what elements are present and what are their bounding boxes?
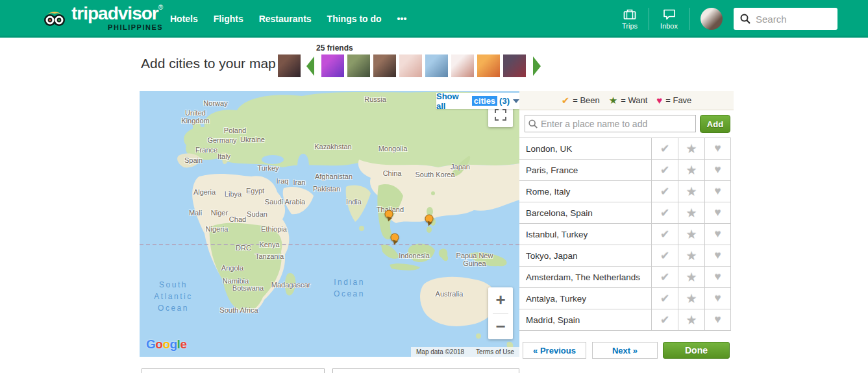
toggle-been[interactable]: ✔	[651, 224, 678, 245]
toggle-been[interactable]: ✔	[651, 309, 678, 330]
place-name-input[interactable]	[525, 115, 696, 132]
toggle-want[interactable]: ★	[678, 160, 704, 180]
site-search-input[interactable]	[734, 8, 837, 30]
toggle-been[interactable]: ✔	[651, 245, 678, 266]
map-label: Madagascar	[271, 281, 311, 289]
toggle-fave[interactable]: ♥	[704, 224, 731, 245]
terms-of-use-link[interactable]: Terms of Use	[476, 348, 514, 355]
page-title: Add cities to your map	[141, 56, 276, 71]
fave-icon: ♥	[714, 249, 721, 262]
map-label: Mongolia	[378, 145, 408, 152]
city-marker[interactable]	[385, 210, 393, 219]
toggle-fave[interactable]: ♥	[704, 245, 731, 266]
toggle-fave[interactable]: ♥	[704, 160, 731, 180]
friend-avatar[interactable]	[477, 54, 500, 77]
been-icon: ✔	[660, 228, 669, 241]
friend-avatar[interactable]	[425, 54, 448, 77]
profile-avatar[interactable]	[701, 8, 723, 30]
inbox-label: Inbox	[660, 22, 678, 30]
equator-dashed-line	[140, 244, 519, 245]
nav-things-to-do[interactable]: Things to do	[327, 14, 382, 24]
map-label: Angola	[221, 264, 243, 272]
header-separator	[689, 8, 689, 30]
map-label: Poland	[224, 126, 246, 134]
show-all-cities-dropdown[interactable]: Show all cities (3)	[436, 93, 519, 109]
fave-icon: ♥	[714, 228, 721, 241]
toggle-fave[interactable]: ♥	[704, 181, 731, 202]
nav-flights[interactable]: Flights	[214, 14, 243, 24]
nav-more[interactable]: •••	[397, 14, 407, 24]
friend-avatar[interactable]	[399, 54, 422, 77]
friends-count: 25 friends	[316, 43, 353, 53]
map-label: Nigeria	[206, 225, 229, 233]
toggle-fave[interactable]: ♥	[704, 202, 731, 223]
toggle-been[interactable]: ✔	[651, 288, 678, 309]
toggle-fave[interactable]: ♥	[704, 138, 731, 159]
toggle-been[interactable]: ✔	[651, 160, 678, 180]
zoom-out-button[interactable]: −	[488, 314, 513, 340]
toggle-want[interactable]: ★	[678, 245, 704, 266]
toggle-want[interactable]: ★	[678, 267, 704, 287]
city-name: Madrid, Spain	[519, 309, 651, 330]
inbox-button[interactable]: Inbox	[660, 8, 678, 30]
fullscreen-icon	[495, 109, 506, 121]
toggle-want[interactable]: ★	[678, 224, 704, 245]
legend-label: = Been	[573, 95, 600, 105]
google-logo[interactable]: Google	[146, 337, 186, 352]
toggle-fave[interactable]: ♥	[704, 267, 731, 287]
add-place-button[interactable]: Add	[700, 115, 730, 133]
legend-bar: ✔= Been★= Want♥= Fave	[519, 91, 734, 110]
toggle-want[interactable]: ★	[678, 138, 704, 159]
user-avatar[interactable]	[278, 54, 301, 77]
fave-icon: ♥	[714, 142, 721, 155]
fave-icon: ♥	[714, 163, 721, 176]
nav-restaurants[interactable]: Restaurants	[259, 14, 312, 24]
nav-hotels[interactable]: Hotels	[170, 14, 198, 24]
header-utilities: Trips Inbox	[622, 0, 837, 38]
friend-avatar[interactable]	[321, 54, 344, 77]
trips-button[interactable]: Trips	[622, 8, 638, 30]
carousel-next-icon[interactable]	[533, 56, 541, 76]
friend-avatar[interactable]	[347, 54, 370, 77]
toggle-fave[interactable]: ♥	[704, 309, 731, 330]
toggle-want[interactable]: ★	[678, 288, 704, 309]
friend-avatar[interactable]	[373, 54, 396, 77]
previous-page-button[interactable]: « Previous	[523, 342, 586, 359]
world-map[interactable]: RussiaNorwayUnited KingdomPolandGermanyU…	[140, 91, 519, 357]
toggle-been[interactable]: ✔	[651, 138, 678, 159]
city-marker[interactable]	[425, 215, 434, 223]
city-row: Madrid, Spain✔★♥	[519, 309, 731, 331]
city-row: Tokyo, Japan✔★♥	[519, 245, 731, 267]
owl-icon	[42, 7, 68, 33]
map-label: Saudi Arabia	[265, 198, 305, 206]
friend-avatar[interactable]	[503, 54, 526, 77]
map-label: China	[383, 169, 402, 177]
toggle-want[interactable]: ★	[678, 181, 704, 202]
map-label: Sudan	[247, 210, 267, 218]
toggle-been[interactable]: ✔	[651, 202, 678, 223]
zoom-in-button[interactable]: +	[488, 287, 513, 313]
toggle-want[interactable]: ★	[678, 309, 704, 330]
friend-avatar[interactable]	[451, 54, 474, 77]
map-label: Iraq	[277, 177, 289, 185]
toggle-want[interactable]: ★	[678, 202, 704, 223]
toggle-been[interactable]: ✔	[651, 181, 678, 202]
city-row: Istanbul, Turkey✔★♥	[519, 224, 731, 245]
tripadvisor-logo[interactable]: tripadvisor® PHILIPPINES	[42, 5, 163, 33]
fave-icon: ♥	[714, 313, 721, 326]
toggle-been[interactable]: ✔	[651, 267, 678, 287]
want-icon: ★	[686, 184, 697, 199]
next-page-button[interactable]: Next »	[592, 342, 658, 359]
map-attribution: Map data ©2018 Terms of Use	[411, 347, 519, 357]
carousel-prev-icon[interactable]	[306, 56, 314, 76]
fave-icon: ♥	[714, 206, 721, 219]
toggle-fave[interactable]: ♥	[704, 288, 731, 309]
map-label: France	[195, 146, 217, 154]
done-button[interactable]: Done	[663, 342, 730, 359]
suitcase-icon	[623, 8, 637, 21]
map-label: Indian Ocean	[334, 276, 365, 300]
city-marker[interactable]	[391, 234, 399, 242]
city-name: London, UK	[519, 138, 651, 159]
map-label: Niger	[211, 209, 228, 217]
city-row: Antalya, Turkey✔★♥	[519, 288, 731, 309]
